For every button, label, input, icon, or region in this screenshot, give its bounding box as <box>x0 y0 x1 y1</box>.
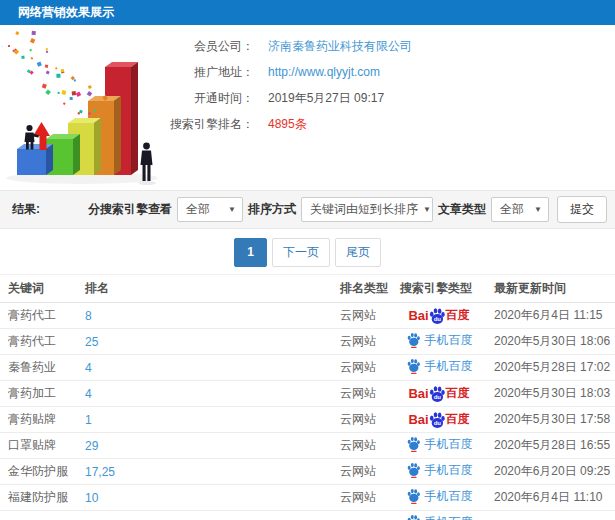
info-value[interactable]: 济南秦鲁药业科技有限公司 <box>268 38 412 55</box>
info-row: 会员公司： 济南秦鲁药业科技有限公司 <box>168 33 615 59</box>
info-value[interactable]: http://www.qlyyjt.com <box>268 65 380 79</box>
titlebar: 网络营销效果展示 <box>0 0 615 25</box>
column-header: 最新更新时间 <box>486 275 615 303</box>
engine-cell: Bai du 百度 <box>392 303 486 329</box>
sort-value: 关键词由短到长排序 <box>310 201 418 218</box>
rank-type-cell: 云网站 <box>332 355 392 381</box>
table-row: 金华防护服 17,25 云网站 手机百度 2020年6月20日 0 <box>0 459 615 485</box>
baidu-paw-icon: du <box>428 307 446 325</box>
baidu-mobile-paw-icon <box>406 332 421 348</box>
updated-cell <box>486 511 615 520</box>
result-label: 结果: <box>12 201 40 218</box>
baidu-mobile-logo: 手机百度 <box>406 514 473 520</box>
baidu-du-text: du <box>433 316 441 322</box>
page: 网络营销效果展示 <box>0 0 615 520</box>
baidu-mobile-paw-icon <box>406 436 421 452</box>
rank-link[interactable]: 17,25 <box>85 465 115 479</box>
page-title: 网络营销效果展示 <box>18 5 114 19</box>
info-row: 推广地址： http://www.qlyyjt.com <box>168 59 615 85</box>
table-row: 膏药代工 25 云网站 手机百度 2020年5月30日 18:06 <box>0 329 615 355</box>
submit-button[interactable]: 提交 <box>557 196 607 223</box>
rank-link[interactable]: 8 <box>85 309 92 323</box>
engine-cell: 手机百度 <box>392 511 486 520</box>
table-header-row: 关键词 排名 排名类型 搜索引擎类型 最新更新时间 <box>0 275 615 303</box>
rank-type-cell: 云网站 <box>332 459 392 485</box>
baidu-mobile-logo: 手机百度 <box>406 436 473 453</box>
baidu-mobile-label: 手机百度 <box>425 514 473 520</box>
column-header: 排名类型 <box>332 275 392 303</box>
keyword-cell: 膏药加工 <box>0 381 77 407</box>
engine-filter-value: 全部 <box>186 201 210 218</box>
sort-select[interactable]: 关键词由短到长排序 ▼ <box>301 197 433 222</box>
member-info: 会员公司： 济南秦鲁药业科技有限公司 推广地址： http://www.qlyy… <box>168 25 615 137</box>
table-row: 口罩贴牌 29 云网站 手机百度 2020年5月28日 16:55 <box>0 433 615 459</box>
bar-blue <box>17 144 53 175</box>
keyword-cell <box>0 511 77 520</box>
member-section: 会员公司： 济南秦鲁药业科技有限公司 推广地址： http://www.qlyy… <box>0 25 615 190</box>
rank-link[interactable]: 29 <box>85 439 98 453</box>
info-row: 开通时间： 2019年5月27日 09:17 <box>168 85 615 111</box>
rank-link[interactable]: 10 <box>85 491 98 505</box>
baidu-paw-icon: du <box>428 411 446 429</box>
updated-cell: 2020年6月20日 09:25 <box>486 459 615 485</box>
keyword-cell: 福建防护服 <box>0 485 77 511</box>
rank-type-cell: 云网站 <box>332 329 392 355</box>
info-label: 搜索引擎排名： <box>168 116 254 133</box>
keyword-cell: 秦鲁药业 <box>0 355 77 381</box>
rank-link[interactable]: 4 <box>85 361 92 375</box>
engine-cell: Bai du 百度 <box>392 381 486 407</box>
baidu-mobile-paw-icon <box>406 358 421 374</box>
info-label: 会员公司： <box>168 38 254 55</box>
engine-cell: 手机百度 <box>392 355 486 381</box>
engine-cell: Bai du 百度 <box>392 407 486 433</box>
updated-cell: 2020年6月4日 11:15 <box>486 303 615 329</box>
baidu-pc-logo: Bai du 百度 <box>408 385 469 403</box>
rank-link[interactable]: 1 <box>85 413 92 427</box>
column-header: 搜索引擎类型 <box>392 275 486 303</box>
engine-filter-label: 分搜索引擎查看 <box>88 201 172 218</box>
rank-link[interactable]: 4 <box>85 387 92 401</box>
filter-controls: 分搜索引擎查看 全部 ▼ 排序方式 关键词由短到长排序 ▼ 文章类型 全部 ▼ … <box>88 196 607 223</box>
next-page-button[interactable]: 下一页 <box>272 238 330 267</box>
last-page-button[interactable]: 尾页 <box>335 238 381 267</box>
caret-down-icon: ▼ <box>534 205 542 214</box>
baidu-mobile-label: 手机百度 <box>425 358 473 375</box>
table-row: 膏药代工 8 云网站 Bai du 百度 2020年 <box>0 303 615 329</box>
keyword-cell: 膏药代工 <box>0 329 77 355</box>
rank-type-cell: 云网站 <box>332 485 392 511</box>
baidu-mobile-label: 手机百度 <box>425 488 473 505</box>
table-row: 膏药贴牌 1 云网站 Bai du 百度 2020年 <box>0 407 615 433</box>
results-table: 关键词 排名 排名类型 搜索引擎类型 最新更新时间 膏药代工 8 云网站 Bai <box>0 274 615 520</box>
caret-down-icon: ▼ <box>228 205 236 214</box>
column-header: 关键词 <box>0 275 77 303</box>
table-row: 膏药加工 4 云网站 Bai du 百度 2020年 <box>0 381 615 407</box>
updated-cell: 2020年5月28日 16:55 <box>486 433 615 459</box>
rank-type-cell: 云网站 <box>332 433 392 459</box>
page-1-button[interactable]: 1 <box>234 238 267 267</box>
baidu-cn-text: 百度 <box>446 385 470 402</box>
info-value: 2019年5月27日 09:17 <box>268 90 384 107</box>
keyword-cell: 膏药代工 <box>0 303 77 329</box>
baidu-cn-text: 百度 <box>446 307 470 324</box>
rank-link[interactable]: 25 <box>85 335 98 349</box>
baidu-pc-logo: Bai du 百度 <box>408 307 469 325</box>
table-row: 手机百度 <box>0 511 615 520</box>
baidu-cn-text: 百度 <box>446 411 470 428</box>
table-row: 秦鲁药业 4 云网站 手机百度 2020年5月28日 17:02 <box>0 355 615 381</box>
rank-type-cell: 云网站 <box>332 303 392 329</box>
baidu-bai-text: Bai <box>408 308 428 323</box>
pagination: 1 下一页 尾页 <box>0 238 615 267</box>
table-row: 福建防护服 10 云网站 手机百度 2020年6月4日 11:10 <box>0 485 615 511</box>
updated-cell: 2020年5月30日 18:03 <box>486 381 615 407</box>
baidu-paw-icon: du <box>428 385 446 403</box>
baidu-mobile-logo: 手机百度 <box>406 462 473 479</box>
engine-cell: 手机百度 <box>392 433 486 459</box>
article-type-value: 全部 <box>500 201 524 218</box>
engine-filter-select[interactable]: 全部 ▼ <box>177 197 243 222</box>
article-type-select[interactable]: 全部 ▼ <box>491 197 549 222</box>
baidu-du-text: du <box>433 420 441 426</box>
growth-chart-illustration <box>2 29 170 187</box>
baidu-du-text: du <box>433 394 441 400</box>
baidu-mobile-paw-icon <box>406 488 421 504</box>
baidu-pc-logo: Bai du 百度 <box>408 411 469 429</box>
